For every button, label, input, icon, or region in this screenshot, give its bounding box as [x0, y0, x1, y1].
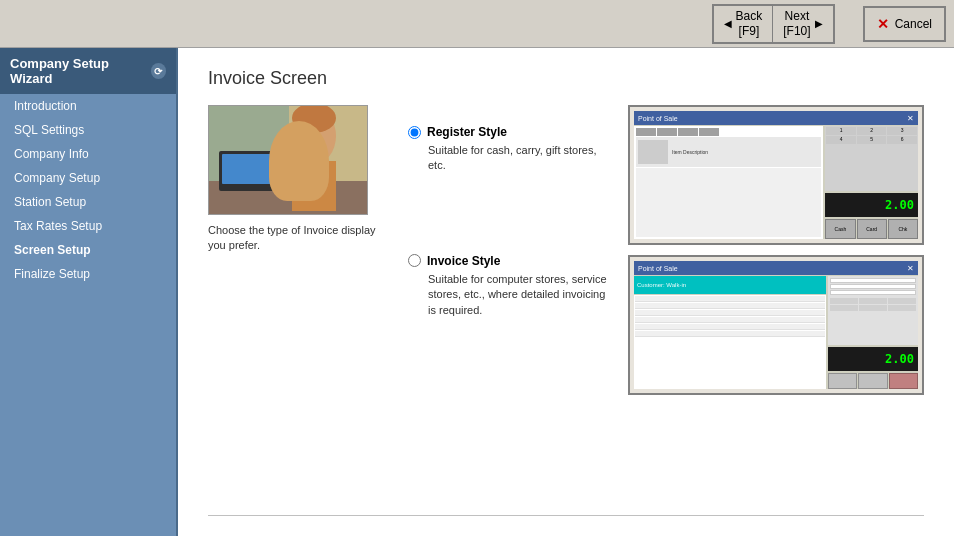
keypad-grid: 1 2 3 4 5 6 — [826, 127, 917, 144]
preview-area: Point of Sale ✕ — [628, 105, 924, 395]
svg-rect-7 — [292, 161, 336, 211]
k1: 1 — [826, 127, 856, 135]
sidebar-item-finalize-setup[interactable]: Finalize Setup — [0, 262, 176, 286]
ik6 — [888, 305, 916, 311]
ik3 — [888, 298, 916, 304]
expand-icon: ⟳ — [151, 63, 167, 79]
content-body: Choose the type of Invoice display you p… — [208, 105, 924, 395]
register-preview-keypad: 1 2 3 4 5 6 — [825, 126, 918, 191]
inv-row-6 — [635, 331, 825, 337]
invoice-customer-label: Customer: Walk-in — [637, 282, 686, 288]
page-title: Invoice Screen — [208, 68, 924, 89]
invoice-preview-right: 2.00 — [828, 276, 918, 389]
inv-btn-void — [889, 373, 918, 389]
cancel-button[interactable]: ✕ Cancel — [863, 6, 946, 42]
ik5 — [859, 305, 887, 311]
invoice-total-display: 2.00 — [828, 347, 918, 371]
register-preview-list — [636, 168, 821, 237]
tb-btn-3 — [678, 128, 698, 136]
k4: 4 — [826, 136, 856, 144]
inv-row-1 — [635, 296, 825, 302]
options-area: Register Style Suitable for cash, carry,… — [408, 105, 608, 334]
inv-row-5 — [635, 324, 825, 330]
back-arrow-icon: ◀ — [724, 18, 732, 29]
invoice-preview-close: ✕ — [907, 264, 914, 273]
sidebar-item-screen-setup[interactable]: Screen Setup — [0, 238, 176, 262]
register-style-label[interactable]: Register Style — [408, 125, 608, 139]
photo-caption: Choose the type of Invoice display you p… — [208, 223, 388, 254]
sidebar-item-tax-rates-setup[interactable]: Tax Rates Setup — [0, 214, 176, 238]
sidebar-item-company-setup[interactable]: Company Setup — [0, 166, 176, 190]
sidebar: Company Setup Wizard ⟳ Introduction SQL … — [0, 48, 178, 536]
photo-area: Choose the type of Invoice display you p… — [208, 105, 388, 254]
svg-rect-5 — [222, 154, 271, 184]
register-preview-titlebar: Point of Sale ✕ — [634, 111, 918, 125]
invoice-preview-left: Customer: Walk-in — [634, 276, 826, 389]
k6: 6 — [887, 136, 917, 144]
invoice-style-option: Invoice Style Suitable for computer stor… — [408, 254, 608, 318]
invoice-preview-content: Point of Sale ✕ Customer: Walk-in — [634, 261, 918, 389]
register-preview-toolbar — [636, 128, 821, 136]
preview-image-thumb — [638, 140, 668, 164]
register-style-desc: Suitable for cash, carry, gift stores, e… — [428, 143, 608, 174]
register-preview-display: Item Description — [636, 137, 821, 167]
register-preview-title: Point of Sale — [638, 115, 678, 122]
invoice-style-radio[interactable] — [408, 254, 421, 267]
next-label: Next [F10] — [783, 9, 810, 38]
invoice-preview-title: Point of Sale — [638, 265, 678, 272]
back-button[interactable]: ◀ Back [F9] — [714, 6, 774, 42]
tb-btn-4 — [699, 128, 719, 136]
register-preview-content: Point of Sale ✕ — [634, 111, 918, 239]
cancel-label: Cancel — [895, 17, 932, 31]
inv-btn-1 — [828, 373, 857, 389]
ik1 — [830, 298, 858, 304]
ik2 — [859, 298, 887, 304]
k2: 2 — [857, 127, 887, 135]
reg-btn-other: Chk — [888, 219, 918, 239]
k5: 5 — [857, 136, 887, 144]
register-preview-left: Item Description — [634, 126, 823, 239]
inv-row-2 — [635, 303, 825, 309]
invoice-preview-body: Customer: Walk-in — [634, 276, 918, 389]
tb-btn-2 — [657, 128, 677, 136]
register-preview-buttons: Cash Card Chk — [825, 219, 918, 239]
bottom-divider — [208, 515, 924, 516]
register-preview-body: Item Description 1 2 3 — [634, 126, 918, 239]
main-area: Company Setup Wizard ⟳ Introduction SQL … — [0, 48, 954, 536]
inv-keypad — [830, 298, 916, 311]
register-style-preview: Point of Sale ✕ — [628, 105, 924, 245]
sidebar-title: Company Setup Wizard — [10, 56, 151, 86]
register-total: 2.00 — [885, 198, 914, 212]
inv-btn-2 — [858, 373, 887, 389]
content-area: Invoice Screen — [178, 48, 954, 536]
invoice-table — [634, 295, 826, 389]
inv-row-4 — [635, 317, 825, 323]
next-button[interactable]: Next [F10] ▶ — [773, 6, 832, 42]
invoice-style-label[interactable]: Invoice Style — [408, 254, 608, 268]
cancel-x-icon: ✕ — [877, 16, 889, 32]
register-style-radio[interactable] — [408, 126, 421, 139]
sidebar-item-company-info[interactable]: Company Info — [0, 142, 176, 166]
sidebar-item-station-setup[interactable]: Station Setup — [0, 190, 176, 214]
sidebar-item-sql-settings[interactable]: SQL Settings — [0, 118, 176, 142]
register-style-option: Register Style Suitable for cash, carry,… — [408, 125, 608, 174]
sidebar-header[interactable]: Company Setup Wizard ⟳ — [0, 48, 176, 94]
invoice-photo — [208, 105, 368, 215]
invoice-header-row: Customer: Walk-in — [634, 276, 826, 294]
register-preview-total-display: 2.00 — [825, 193, 918, 217]
register-preview-right: 1 2 3 4 5 6 2.00 — [825, 126, 918, 239]
tb-btn-1 — [636, 128, 656, 136]
sidebar-item-introduction[interactable]: Introduction — [0, 94, 176, 118]
invoice-buttons — [828, 373, 918, 389]
invoice-total: 2.00 — [885, 352, 914, 366]
back-label: Back [F9] — [736, 9, 763, 38]
nav-group: ◀ Back [F9] Next [F10] ▶ — [712, 4, 835, 44]
register-preview-close: ✕ — [907, 114, 914, 123]
reg-btn-card: Card — [857, 219, 887, 239]
invoice-right-fields — [828, 276, 918, 345]
ik4 — [830, 305, 858, 311]
toolbar: ◀ Back [F9] Next [F10] ▶ ✕ Cancel — [0, 0, 954, 48]
invoice-style-preview: Point of Sale ✕ Customer: Walk-in — [628, 255, 924, 395]
inv-field-2 — [830, 284, 916, 289]
invoice-preview-titlebar: Point of Sale ✕ — [634, 261, 918, 275]
